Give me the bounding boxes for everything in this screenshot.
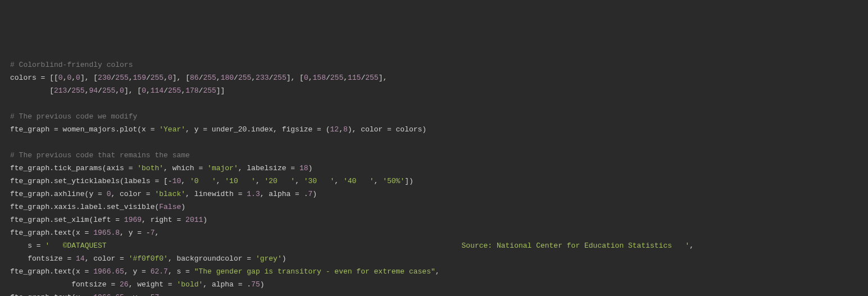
code-text: fte_graph.text(x = <box>10 229 93 237</box>
code-text: ) <box>282 254 287 263</box>
number: 57 <box>151 293 160 296</box>
number: 75 <box>251 280 260 289</box>
keyword-false: False <box>159 203 181 211</box>
number: 2011 <box>185 216 203 224</box>
number: 1966.65 <box>93 267 124 276</box>
number: 255 <box>168 86 181 95</box>
number: 180 <box>221 74 234 82</box>
number: 94 <box>89 86 98 95</box>
string: '10 ' <box>225 177 256 185</box>
code-text: ) <box>260 280 265 289</box>
number: 255 <box>365 74 378 82</box>
code-text: s = <box>10 242 45 250</box>
number: 255 <box>102 86 115 95</box>
code-text: , <box>308 74 313 82</box>
number: 0 <box>142 86 146 95</box>
code-block: # Colorblind-friendly colors colors = [[… <box>10 58 858 296</box>
code-text: , <box>334 177 343 185</box>
code-text: , <box>216 177 225 185</box>
number: 0 <box>76 74 80 82</box>
code-text: ]] <box>216 86 225 95</box>
code-text: fte_graph.text(x = <box>10 267 93 276</box>
number: 0 <box>58 74 63 82</box>
number: 255 <box>203 74 216 82</box>
code-text: , color = <box>111 190 154 198</box>
code-text: , <box>251 74 256 82</box>
code-text: ], [ <box>124 86 142 95</box>
code-text: , <box>146 86 151 95</box>
code-text: , <box>689 242 694 250</box>
number: 255 <box>151 74 163 82</box>
code-text: fte_graph.text(x = <box>10 293 93 296</box>
number: 255 <box>71 86 84 95</box>
code-text: , alpha = . <box>203 280 251 289</box>
string: '0 ' <box>190 177 216 185</box>
number: 178 <box>185 86 198 95</box>
number: 255 <box>203 86 216 95</box>
string: '40 ' <box>343 177 374 185</box>
number: 115 <box>348 74 361 82</box>
code-text: ], <box>379 74 388 82</box>
string: 'both' <box>137 164 163 172</box>
code-text: / <box>98 86 102 95</box>
code-text: , y = <box>124 293 151 296</box>
comment: # The previous code we modify <box>10 112 137 121</box>
string: ' ©DATAQUEST Source: National Center for… <box>45 242 689 250</box>
number: 86 <box>190 74 199 82</box>
code-text: / <box>326 74 330 82</box>
code-text: , <box>115 86 120 95</box>
code-text: ) <box>312 190 317 198</box>
code-text: , labelsize = <box>238 164 299 172</box>
number: 0 <box>168 74 172 82</box>
number: 10 <box>172 177 181 185</box>
number: 255 <box>238 74 251 82</box>
code-text: , y = <box>124 267 151 276</box>
code-text: , <box>181 177 190 185</box>
code-text: , <box>129 74 133 82</box>
number: 14 <box>76 254 85 263</box>
code-text: fte_graph.set_xlim(left = <box>10 216 124 224</box>
string: 'bold' <box>176 280 203 289</box>
number: 1965.8 <box>93 229 120 237</box>
number: 62.7 <box>151 267 168 276</box>
code-text: , <box>71 74 76 82</box>
string: 'grey' <box>256 254 282 263</box>
code-text: ) <box>181 203 185 211</box>
number: 1.3 <box>247 190 260 198</box>
number: 18 <box>299 164 308 172</box>
code-text: ], [ <box>172 74 190 82</box>
code-text: fte_graph.tick_params(axis = <box>10 164 137 172</box>
code-text: fte_graph = women_majors.plot(x = <box>10 125 159 134</box>
number: 230 <box>98 74 111 82</box>
string: "The gender gap is transitory - even for… <box>194 267 435 276</box>
number: 0 <box>120 86 124 95</box>
number: 158 <box>313 74 326 82</box>
string: 'black' <box>154 190 185 198</box>
code-text: fte_graph.xaxis.label.set_visible( <box>10 203 159 211</box>
code-text: / <box>146 74 151 82</box>
code-text: , y = - <box>120 229 151 237</box>
code-text: , weight = <box>129 280 177 289</box>
number: 255 <box>115 74 128 82</box>
code-text: fte_graph.axhline(y = <box>10 190 107 198</box>
number: 114 <box>151 86 163 95</box>
code-text: / <box>163 86 168 95</box>
code-text: fontsize = <box>10 254 76 263</box>
string: '20 ' <box>265 177 296 185</box>
number: 159 <box>133 74 146 82</box>
string: 'Year' <box>159 125 185 134</box>
code-text: , <box>374 177 383 185</box>
code-text: , <box>163 74 168 82</box>
code-text: [ <box>10 86 54 95</box>
code-text: , right = <box>142 216 185 224</box>
code-text: colors = [[ <box>10 74 58 82</box>
number: 8 <box>343 125 348 134</box>
code-text: / <box>234 74 238 82</box>
code-text: , <box>256 177 265 185</box>
code-text: , s = <box>168 267 194 276</box>
code-text: , which = <box>163 164 207 172</box>
code-text: fontsize = <box>10 280 120 289</box>
code-text: , <box>216 74 221 82</box>
string: 'major' <box>207 164 238 172</box>
code-text: ) <box>203 216 207 224</box>
